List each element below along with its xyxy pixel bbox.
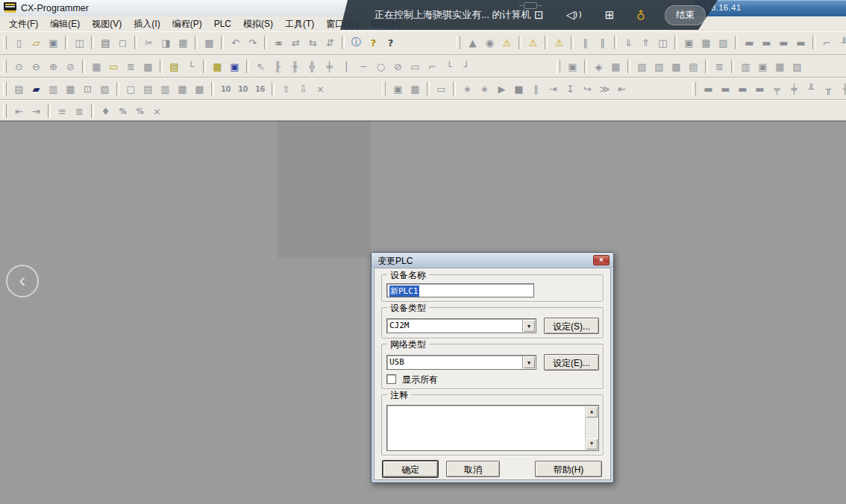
device-name-input[interactable]: 新PLC1: [386, 283, 534, 297]
indent-left-icon[interactable]: ⇤: [11, 104, 27, 119]
chevron-down-icon[interactable]: ▼: [522, 356, 535, 368]
menu-item-edit[interactable]: 编辑(E): [44, 16, 86, 32]
show-all-checkbox[interactable]: [386, 374, 396, 384]
mnemonic-view-icon[interactable]: └: [184, 59, 199, 74]
menu-item-tools[interactable]: 工具(T): [279, 16, 320, 32]
ladder-view-icon[interactable]: ▤: [166, 59, 182, 74]
differential-monitor-icon[interactable]: ⌐: [819, 35, 835, 50]
net-view-2-icon[interactable]: ▬: [718, 81, 733, 96]
menu-item-insert[interactable]: 插入(I): [128, 16, 166, 32]
net-view-1-icon[interactable]: ▬: [701, 81, 716, 96]
decimal-10-icon[interactable]: 10: [218, 81, 234, 96]
panel-3-icon[interactable]: ▦: [772, 59, 788, 74]
chevron-down-icon[interactable]: ▼: [522, 320, 535, 332]
program-check-icon[interactable]: ▣: [681, 35, 697, 50]
contact-no-icon[interactable]: ╟: [270, 59, 286, 74]
menu-item-file[interactable]: 文件(F): [3, 16, 44, 32]
simulator-settings-icon[interactable]: ▦: [407, 81, 423, 96]
line-delete-icon[interactable]: ┘: [459, 59, 474, 74]
instruction-icon[interactable]: ▭: [407, 59, 423, 74]
force-on-icon[interactable]: ⇧: [278, 81, 294, 96]
edit-comment-icon[interactable]: ▭: [106, 59, 122, 74]
device-type-settings-button[interactable]: 设定(S)...: [544, 318, 599, 334]
rung-list-icon[interactable]: ≣: [123, 59, 139, 74]
horizontal-line-icon[interactable]: ─: [356, 59, 372, 74]
net-view-4-icon[interactable]: ▬: [752, 81, 768, 96]
online-simulator-icon[interactable]: ⚠: [551, 35, 567, 50]
symbol-list-icon[interactable]: ≣: [712, 59, 727, 74]
work-online-icon[interactable]: ▲: [465, 35, 480, 50]
cross-reference-icon[interactable]: ⊡: [80, 81, 95, 96]
data-editor-icon[interactable]: ▦: [175, 81, 190, 96]
transfer-to-plc-icon[interactable]: ⇓: [621, 35, 636, 50]
save-icon[interactable]: ▣: [46, 35, 61, 50]
monitor-window-4-icon[interactable]: ▬: [793, 35, 809, 50]
pause-monitoring-icon[interactable]: ∥: [577, 35, 593, 50]
indent-right-icon[interactable]: ⇥: [28, 104, 44, 119]
help-icon[interactable]: ?: [366, 35, 381, 50]
network-settings-button[interactable]: 设定(E)...: [544, 354, 599, 371]
io-table-icon[interactable]: ▢: [123, 81, 139, 96]
continuous-run-icon[interactable]: ≫: [597, 81, 612, 96]
help-button[interactable]: 帮助(H): [535, 461, 602, 477]
style-percent-2-icon[interactable]: %: [132, 104, 148, 119]
workspace-window-icon[interactable]: ▤: [11, 81, 27, 96]
rung-list-2-icon[interactable]: ≣: [72, 104, 87, 119]
hex-16-icon[interactable]: 16: [252, 81, 268, 96]
panel-2-icon[interactable]: ▣: [755, 59, 771, 74]
comment-textarea[interactable]: ▲ ▼: [386, 405, 599, 451]
copy-icon[interactable]: ◨: [158, 35, 174, 50]
new-file-icon[interactable]: ▯: [11, 35, 27, 50]
symbol-table-icon[interactable]: ▦: [210, 59, 225, 74]
simulator-window-icon[interactable]: ▣: [390, 81, 406, 96]
open-file-icon[interactable]: ▱: [28, 35, 44, 50]
monitor-window-3-icon[interactable]: ▬: [776, 35, 792, 50]
end-session-button[interactable]: 结束: [665, 5, 706, 25]
monitor-window-2-icon[interactable]: ▬: [759, 35, 774, 50]
zoom-out-icon[interactable]: ⊖: [28, 59, 44, 74]
speaker-icon[interactable]: ◁: [566, 8, 583, 22]
find-report-icon[interactable]: ⇆: [305, 35, 321, 50]
menu-item-view[interactable]: 视图(V): [86, 16, 128, 32]
print-icon[interactable]: ▤: [98, 35, 113, 50]
data-trace-icon[interactable]: ╨: [836, 35, 846, 50]
online-edit-icon[interactable]: ▦: [698, 35, 714, 50]
memory-card-icon[interactable]: ▥: [157, 81, 173, 96]
net-view-3-icon[interactable]: ▬: [735, 81, 751, 96]
menu-item-simulation[interactable]: 模拟(S): [237, 16, 279, 32]
watch-remove-icon[interactable]: ▨: [651, 59, 667, 74]
split-screen-icon[interactable]: ⊞: [605, 8, 615, 22]
build-icon[interactable]: ▰: [28, 81, 44, 96]
step-run-icon[interactable]: ⇥: [545, 81, 561, 96]
calendar-icon[interactable]: ▦: [608, 59, 624, 74]
binary-editor-icon[interactable]: ▩: [192, 81, 207, 96]
work-online-simulator-icon[interactable]: ⚠: [499, 35, 515, 50]
send-changes-icon[interactable]: ▧: [715, 35, 731, 50]
auto-online-icon[interactable]: ◉: [482, 35, 498, 50]
drag-handle-icon[interactable]: [524, 2, 537, 9]
coil-icon[interactable]: ○: [373, 59, 389, 74]
step-into-icon[interactable]: ↧: [563, 81, 578, 96]
net-tool-4-icon[interactable]: ╥: [821, 81, 836, 96]
undo-icon[interactable]: ↶: [228, 35, 243, 50]
panel-1-icon[interactable]: ▥: [738, 59, 753, 74]
net-tool-2-icon[interactable]: ╪: [786, 81, 802, 96]
scroll-down-icon[interactable]: ▼: [586, 438, 598, 450]
back-button[interactable]: ‹: [6, 265, 39, 297]
zoom-fit-icon[interactable]: ⊘: [63, 59, 78, 74]
info-icon[interactable]: ⓘ: [348, 35, 364, 50]
menu-item-plc[interactable]: PLC: [208, 17, 237, 31]
ok-button[interactable]: 确定: [383, 461, 438, 477]
monitor-data-icon[interactable]: ▩: [140, 59, 156, 74]
sim-run-icon[interactable]: ▶: [494, 81, 510, 96]
context-help-icon[interactable]: ?: [383, 35, 398, 50]
scroll-up-icon[interactable]: ▲: [586, 406, 598, 418]
watch-refresh-icon[interactable]: ▩: [668, 59, 684, 74]
line-connect-icon[interactable]: └: [442, 59, 457, 74]
cancel-button[interactable]: 取消: [446, 461, 500, 477]
net-tool-1-icon[interactable]: ╤: [769, 81, 785, 96]
compile-icon[interactable]: ◫: [72, 35, 87, 50]
redo-icon[interactable]: ↷: [245, 35, 260, 50]
sim-pause-icon[interactable]: ∥: [528, 81, 544, 96]
scan-run-icon[interactable]: ⇤: [614, 81, 630, 96]
